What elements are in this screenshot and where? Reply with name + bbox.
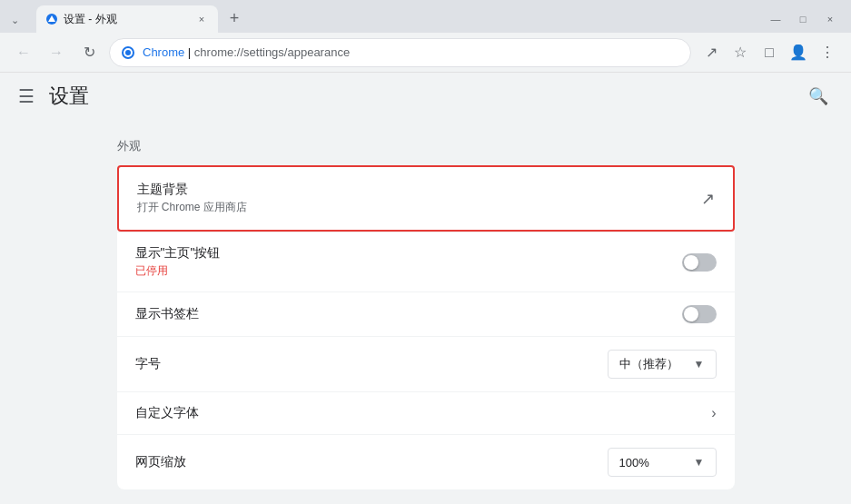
window-controls: — □ ×	[755, 5, 851, 33]
theme-row-text: 主题背景 打开 Chrome 应用商店	[137, 182, 247, 215]
chrome-window: ⌄ 设置 - 外观 × + — □ × ← → ↻	[0, 0, 851, 504]
custom-font-row[interactable]: 自定义字体 ›	[117, 391, 735, 434]
address-bar[interactable]: Chrome | chrome://settings/appearance	[109, 38, 691, 67]
home-button-row: 显示"主页"按钮 已停用	[117, 232, 735, 292]
forward-button[interactable]: →	[44, 40, 69, 65]
close-button[interactable]: ×	[816, 9, 844, 29]
search-settings-button[interactable]: 🔍	[804, 82, 833, 111]
theme-title: 主题背景	[137, 182, 247, 198]
chevron-right-icon: ›	[711, 405, 716, 421]
maximize-button[interactable]: □	[789, 9, 816, 29]
title-bar: ⌄ 设置 - 外观 × + — □ ×	[0, 0, 851, 33]
font-size-dropdown[interactable]: 中（推荐） ▼	[608, 350, 717, 379]
bookmarks-bar-text: 显示书签栏	[135, 306, 199, 322]
bookmarks-bar-toggle[interactable]	[682, 305, 717, 323]
font-size-dropdown-arrow: ▼	[694, 358, 705, 371]
new-tab-button[interactable]: +	[222, 5, 247, 31]
back-button[interactable]: ←	[11, 40, 36, 65]
active-tab[interactable]: 设置 - 外观 ×	[36, 5, 218, 33]
theme-row[interactable]: 主题背景 打开 Chrome 应用商店 ↗︎	[117, 165, 735, 232]
share-button[interactable]: ↗	[698, 40, 724, 65]
page-zoom-title: 网页缩放	[135, 454, 186, 470]
svg-point-3	[125, 50, 131, 55]
reload-button[interactable]: ↻	[76, 40, 102, 65]
page-zoom-dropdown-arrow: ▼	[694, 456, 705, 469]
home-button-toggle[interactable]	[682, 253, 717, 272]
nav-bar: ← → ↻ Chrome | chrome://settings/appeara…	[0, 33, 851, 73]
page-zoom-value: 100%	[619, 456, 649, 469]
settings-content: 外观 主题背景 打开 Chrome 应用商店 ↗︎	[0, 120, 851, 504]
settings-inner: 外观 主题背景 打开 Chrome 应用商店 ↗︎	[117, 138, 735, 486]
tab-strip: 设置 - 外观 × +	[29, 5, 755, 33]
address-brand: Chrome	[143, 45, 184, 59]
bookmarks-bar-title: 显示书签栏	[135, 306, 199, 322]
page-zoom-dropdown[interactable]: 100% ▼	[608, 448, 717, 477]
theme-subtitle: 打开 Chrome 应用商店	[137, 200, 247, 215]
page-zoom-row: 网页缩放 100% ▼	[117, 434, 735, 489]
bookmarks-bar-row: 显示书签栏	[117, 292, 735, 336]
extensions-button[interactable]: □	[757, 40, 782, 65]
home-button-text: 显示"主页"按钮 已停用	[135, 245, 221, 279]
home-button-title: 显示"主页"按钮	[135, 245, 221, 262]
home-button-subtitle: 已停用	[135, 263, 221, 279]
tab-close-button[interactable]: ×	[194, 12, 209, 26]
window-manage: ⌄	[0, 9, 29, 31]
profile-button[interactable]: 👤	[786, 40, 811, 65]
site-icon	[121, 45, 135, 60]
bookmark-button[interactable]: ☆	[727, 40, 753, 65]
tab-favicon	[45, 13, 58, 25]
menu-button[interactable]: ⋮	[815, 40, 840, 65]
external-link-icon[interactable]: ↗︎	[701, 189, 715, 209]
chevron-down-icon[interactable]: ⌄	[7, 13, 22, 27]
address-path: chrome://settings/appearance	[194, 45, 350, 59]
address-text: Chrome | chrome://settings/appearance	[143, 45, 679, 59]
settings-card: 主题背景 打开 Chrome 应用商店 ↗︎ 显示"主页"按钮 已停用	[117, 165, 735, 489]
minimize-button[interactable]: —	[762, 9, 789, 29]
settings-header: ☰ 设置 🔍	[0, 73, 851, 120]
nav-actions: ↗ ☆ □ 👤 ⋮	[698, 40, 840, 65]
section-title: 外观	[117, 138, 735, 162]
browser-content: ☰ 设置 🔍 外观 主题背景 打开 Chrome 应用商店	[0, 73, 851, 504]
font-size-value: 中（推荐）	[619, 356, 678, 372]
hamburger-menu-icon[interactable]: ☰	[18, 85, 35, 107]
page-title: 设置	[49, 83, 89, 110]
tab-label: 设置 - 外观	[64, 12, 189, 27]
custom-font-title: 自定义字体	[135, 405, 199, 421]
font-size-row: 字号 中（推荐） ▼	[117, 336, 735, 391]
settings-page: ☰ 设置 🔍 外观 主题背景 打开 Chrome 应用商店	[0, 73, 851, 504]
font-size-title: 字号	[135, 356, 161, 372]
